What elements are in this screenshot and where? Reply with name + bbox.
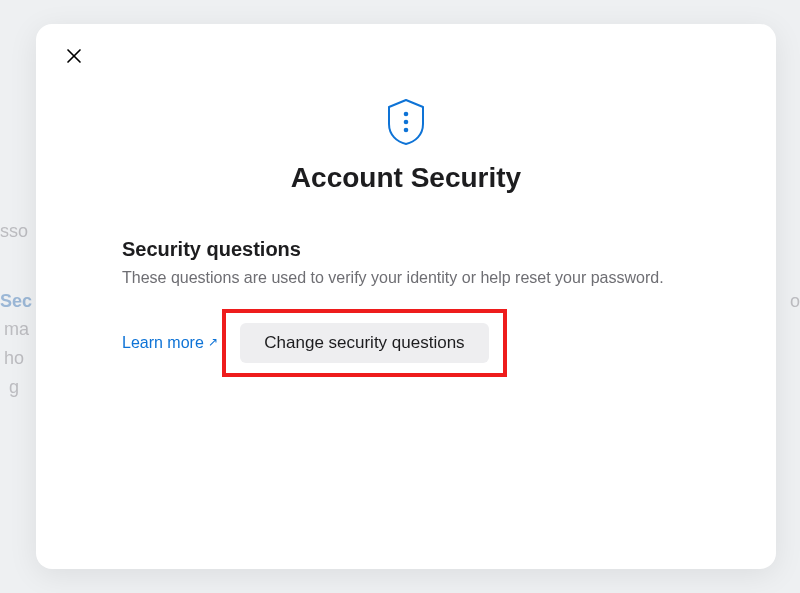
close-button[interactable] (58, 40, 90, 72)
section-description: These questions are used to verify your … (122, 267, 690, 289)
annotation-highlight: Change security questions (222, 309, 506, 377)
security-questions-section: Security questions These questions are u… (122, 238, 690, 377)
close-icon (65, 47, 83, 65)
learn-more-link[interactable]: Learn more ↗ (122, 334, 218, 352)
page-title: Account Security (291, 162, 521, 194)
shield-icon (385, 98, 427, 146)
modal-header: Account Security (36, 24, 776, 194)
svg-point-2 (404, 128, 409, 133)
svg-point-1 (404, 120, 409, 125)
change-security-questions-button[interactable]: Change security questions (240, 323, 488, 363)
bg-frag: ho (4, 349, 24, 367)
account-security-modal: Account Security Security questions Thes… (36, 24, 776, 569)
section-heading: Security questions (122, 238, 690, 261)
svg-point-0 (404, 112, 409, 117)
bg-frag: ma (4, 320, 29, 338)
bg-frag: sso (0, 222, 28, 240)
bg-frag: g (9, 378, 19, 396)
bg-frag: Sec (0, 292, 32, 310)
external-link-icon: ↗ (208, 336, 218, 348)
bg-frag: o (790, 292, 800, 310)
learn-more-label: Learn more (122, 334, 204, 352)
